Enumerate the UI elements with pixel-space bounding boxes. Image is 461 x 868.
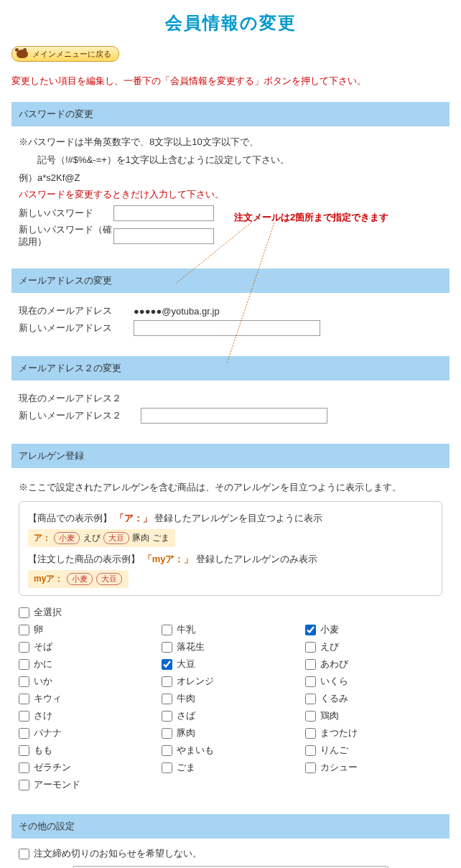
allergen-checkbox[interactable] [19, 625, 29, 635]
password-note-2: 記号（!#$%&-=+）を1文字以上含むように設定して下さい。 [19, 153, 442, 168]
allergen-checkbox[interactable] [162, 642, 172, 653]
allergen-label: もも [34, 744, 52, 757]
allergen-checkbox[interactable] [305, 676, 316, 687]
allergen-checkbox[interactable] [305, 694, 316, 704]
allergen-label: 大豆 [177, 658, 195, 671]
allergen-label: さけ [34, 709, 52, 722]
allergen-checkbox[interactable] [305, 625, 316, 635]
section-header-other: その他の設定 [11, 814, 450, 839]
allergen-item: ゼラチン [19, 761, 156, 774]
ex1-prefix: 【商品での表示例】 [28, 513, 112, 523]
allergen-label: アーモンド [34, 778, 80, 791]
allergen-checkbox[interactable] [19, 676, 29, 687]
allergen-label: 落花生 [177, 640, 205, 653]
password-note-1: ※パスワードは半角英数字で、8文字以上10文字以下で、 [19, 135, 442, 150]
allergen-item: キウィ [19, 692, 156, 705]
allergen-label: くるみ [320, 692, 348, 705]
section-header-password: パスワードの変更 [11, 102, 450, 126]
allergen-item: さけ [19, 709, 156, 722]
allergen-checkbox[interactable] [19, 659, 29, 670]
allergen-label: ごま [177, 761, 195, 774]
allergen-label: さば [177, 709, 195, 722]
allergen-checkbox[interactable] [162, 728, 172, 739]
allergen-label: オレンジ [177, 675, 214, 688]
callout-order-email: 注文メールは2箇所まで指定できます [234, 211, 388, 224]
allergen-item: いか [19, 675, 156, 688]
section-header-allergen: アレルゲン登録 [11, 444, 450, 468]
allergen-label: いか [34, 675, 52, 688]
allergen-item: 卵 [19, 623, 156, 636]
label-new-email2: 新しいメールアドレス２ [19, 409, 141, 422]
allergen-item: 小麦 [305, 623, 442, 636]
allergen-item: やまいも [162, 744, 299, 757]
ex1-tag-komugi: 小麦 [54, 532, 80, 544]
allergen-checkbox[interactable] [305, 711, 316, 722]
allergen-label: カシュー [320, 761, 358, 774]
label-current-email: 現在のメールアドレス [19, 304, 134, 317]
ex1-tagline: ア： 小麦 えび 大豆 豚肉 ごま [28, 529, 175, 547]
section-header-email1: メールアドレスの変更 [11, 269, 450, 293]
password-note-red: パスワードを変更するときだけ入力して下さい。 [19, 188, 442, 201]
label-confirm-password: 新しいパスワード（確認用） [19, 224, 113, 248]
allergen-label: そば [34, 640, 52, 653]
confirm-password-input[interactable] [113, 228, 214, 244]
new-email-input[interactable] [134, 320, 320, 336]
allergen-label: まつたけ [320, 727, 358, 739]
allergen-item: 大豆 [162, 658, 299, 671]
menu-return-label: メインメニューに戻る [32, 49, 111, 60]
allergen-checkbox[interactable] [162, 745, 172, 756]
main-menu-return-button[interactable]: メインメニューに戻る [11, 46, 119, 62]
allergen-item: バナナ [19, 727, 156, 739]
allergen-label: 豚肉 [177, 727, 195, 739]
allergen-label: 牛肉 [177, 692, 195, 705]
new-email2-input[interactable] [141, 408, 327, 424]
allergen-checkbox[interactable] [162, 711, 172, 722]
checkbox-no-deadline-notice[interactable] [19, 849, 29, 859]
allergen-item: そば [19, 640, 156, 653]
allergen-label: キウィ [34, 692, 62, 705]
allergen-checkbox[interactable] [19, 780, 29, 790]
allergen-checkbox[interactable] [162, 676, 172, 687]
allergen-checkbox[interactable] [19, 711, 29, 722]
ex2-tag-prefix: myア： [34, 574, 63, 584]
ex2-tag-daizu: 大豆 [96, 573, 122, 585]
allergen-checkbox[interactable] [162, 762, 172, 773]
allergen-checkbox[interactable] [305, 642, 316, 653]
allergen-note: ※ここで設定されたアレルゲンを含む商品は、そのアレルゲンを目立つように表示します… [19, 481, 442, 494]
allergen-label: かに [34, 658, 52, 671]
bear-icon [15, 48, 29, 60]
allergen-checkbox[interactable] [162, 694, 172, 704]
allergen-checkbox[interactable] [305, 762, 316, 773]
allergen-checkbox[interactable] [162, 659, 172, 670]
ex2-tagline: myア： 小麦 大豆 [28, 570, 129, 588]
ex2-tag-komugi: 小麦 [67, 573, 93, 585]
allergen-item: かに [19, 658, 156, 671]
allergen-item: まつたけ [305, 727, 442, 739]
current-email-value: ●●●●●@yotuba.gr.jp [134, 306, 220, 317]
allergen-checkbox[interactable] [305, 659, 316, 670]
allergen-checkbox[interactable] [162, 625, 172, 635]
label-no-deadline-notice: 注文締め切りのお知らせを希望しない。 [34, 847, 202, 860]
checkbox-select-all[interactable] [19, 607, 29, 618]
allergen-item: 落花生 [162, 640, 299, 653]
ex1-tag-suffix: 豚肉 ごま [132, 533, 169, 543]
allergen-item: 鶏肉 [305, 709, 442, 722]
allergen-checkbox[interactable] [19, 762, 29, 773]
allergen-label: 小麦 [320, 623, 339, 636]
new-password-input[interactable] [113, 205, 214, 221]
allergen-item: えび [305, 640, 442, 653]
allergen-item: りんご [305, 744, 442, 757]
allergen-checkbox[interactable] [19, 745, 29, 756]
ex1-tag-prefix: ア： [34, 533, 51, 543]
allergen-item: くるみ [305, 692, 442, 705]
allergen-item: オレンジ [162, 675, 299, 688]
allergen-item: もも [19, 744, 156, 757]
allergen-checkbox[interactable] [305, 728, 316, 739]
allergen-checkbox[interactable] [19, 642, 29, 653]
allergen-checkbox[interactable] [19, 694, 29, 704]
allergen-item: 牛乳 [162, 623, 299, 636]
allergen-checkbox[interactable] [305, 745, 316, 756]
allergen-label: ゼラチン [34, 761, 71, 774]
allergen-checkbox[interactable] [19, 728, 29, 739]
label-current-email2: 現在のメールアドレス２ [19, 392, 141, 405]
